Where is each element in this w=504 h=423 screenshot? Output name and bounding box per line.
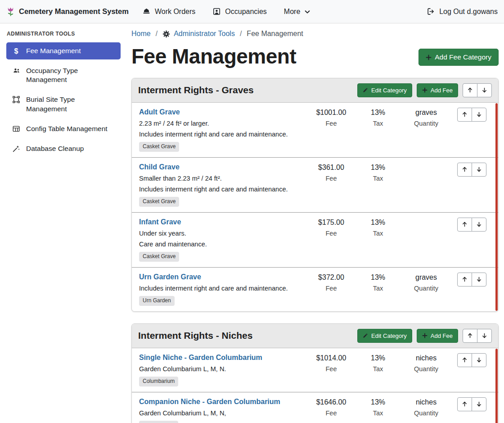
sidebar-item-label: Burial Site Type Management	[26, 95, 109, 113]
add-fee-button[interactable]: Add Fee	[417, 83, 458, 97]
fee-amount: $1014.00	[306, 354, 356, 363]
badge-row: Casket Grave	[139, 197, 302, 207]
move-category-down-button[interactable]	[477, 329, 492, 343]
move-category-up-button[interactable]	[463, 329, 477, 343]
edit-category-button[interactable]: Edit Category	[357, 83, 412, 97]
logout-button[interactable]: Log Out d.gowans	[427, 7, 498, 16]
page-title: Fee Management	[131, 45, 296, 68]
fee-description: Care and maintenance.	[139, 240, 302, 248]
page-layout: ADMINISTRATOR TOOLS $ Fee Management Occ…	[0, 23, 504, 423]
fee-move-buttons	[457, 273, 486, 287]
breadcrumb-admin-tools-link[interactable]: Administrator Tools	[162, 30, 235, 38]
red-scrollbar[interactable]	[495, 349, 498, 423]
move-fee-down-button[interactable]	[472, 397, 486, 411]
quantity-column	[400, 163, 453, 163]
fee-description: Garden Columbarium L, M, N,	[139, 409, 302, 417]
fee-type-badge: Urn Garden	[139, 296, 175, 306]
nav-item-label: More	[284, 8, 300, 16]
tax-label: Tax	[356, 285, 400, 292]
fee-description: 2.23 m² / 24 ft² or larger.	[139, 119, 302, 127]
nav-item-occupancies[interactable]: Occupancies	[212, 7, 267, 16]
tax-label: Tax	[356, 365, 400, 373]
tax-column: 13% Tax	[356, 218, 400, 237]
sidebar-item-occupancy-type-management[interactable]: Occupancy Type Management	[6, 62, 121, 88]
sidebar: ADMINISTRATOR TOOLS $ Fee Management Occ…	[0, 23, 126, 423]
category-move-buttons	[463, 329, 492, 343]
fee-row: Child Grave Smaller than 2.23 m² / 24 ft…	[132, 157, 498, 212]
category-move-buttons	[463, 83, 492, 97]
add-fee-label: Add Fee	[431, 87, 453, 94]
fee-amount: $361.00	[306, 163, 356, 172]
fee-move-buttons	[457, 353, 486, 367]
sidebar-item-config-table-management[interactable]: Config Table Management	[6, 120, 121, 137]
move-fee-down-button[interactable]	[472, 353, 486, 367]
sidebar-item-label: Occupancy Type Management	[26, 66, 109, 84]
quantity-value: niches	[400, 398, 453, 407]
tax-value: 13%	[356, 108, 400, 117]
sidebar-item-burial-site-type-management[interactable]: Burial Site Type Management	[6, 91, 121, 117]
tax-value: 13%	[356, 354, 400, 363]
fee-info: Child Grave Smaller than 2.23 m² / 24 ft…	[139, 163, 306, 207]
vector-square-icon	[12, 96, 21, 104]
fee-amount-column: $175.00 Fee	[306, 218, 356, 237]
fee-label: Fee	[306, 285, 356, 292]
edit-category-label: Edit Category	[371, 332, 407, 339]
add-fee-button[interactable]: Add Fee	[417, 329, 458, 343]
fee-row: Infant Grave Under six years. Care and m…	[132, 212, 498, 267]
gear-icon	[162, 30, 170, 38]
sidebar-item-database-cleanup[interactable]: Database Cleanup	[6, 140, 121, 157]
category-header: Interment Rights - Graves Edit Category …	[132, 78, 498, 103]
tax-column: 13% Tax	[356, 108, 400, 127]
quantity-column: graves Quantity	[400, 108, 453, 127]
category-header: Interment Rights - Niches Edit Category …	[132, 324, 498, 348]
fee-name-link[interactable]: Single Niche - Garden Columbarium	[139, 353, 262, 362]
move-fee-down-button[interactable]	[472, 108, 486, 122]
fee-description: Smaller than 2.23 m² / 24 ft².	[139, 174, 302, 182]
top-navbar: Cemetery Management System Work Orders	[0, 0, 504, 23]
app-brand[interactable]: Cemetery Management System	[6, 6, 129, 17]
add-fee-category-button[interactable]: Add Fee Category	[418, 49, 499, 66]
fee-row: Companion Niche - Garden Columbarium Gar…	[132, 392, 498, 423]
quantity-column: niches Quantity	[400, 397, 453, 417]
fee-label: Fee	[306, 230, 356, 237]
plus-icon	[426, 55, 432, 60]
add-fee-label: Add Fee	[431, 332, 453, 339]
tulip-logo-icon	[6, 6, 15, 17]
nav-item-more[interactable]: More	[284, 8, 310, 16]
move-fee-up-button[interactable]	[457, 108, 472, 122]
fee-name-link[interactable]: Companion Niche - Garden Columbarium	[139, 397, 280, 406]
move-category-down-button[interactable]	[477, 83, 492, 97]
fee-name-link[interactable]: Child Grave	[139, 163, 180, 172]
move-fee-down-button[interactable]	[472, 163, 486, 177]
tax-column: 13% Tax	[356, 163, 400, 182]
move-fee-up-button[interactable]	[457, 397, 472, 411]
fee-name-link[interactable]: Adult Grave	[139, 108, 180, 117]
tax-column: 13% Tax	[356, 353, 400, 373]
hard-hat-icon	[142, 7, 151, 16]
sidebar-item-label: Fee Management	[26, 46, 81, 55]
fee-name-link[interactable]: Infant Grave	[139, 218, 181, 227]
edit-category-button[interactable]: Edit Category	[357, 329, 412, 343]
fee-type-badge: Casket Grave	[139, 197, 179, 207]
move-fee-up-button[interactable]	[457, 353, 472, 367]
quantity-column	[400, 218, 453, 218]
move-category-up-button[interactable]	[463, 83, 477, 97]
breadcrumb-home-link[interactable]: Home	[131, 30, 151, 38]
nav-item-work-orders[interactable]: Work Orders	[142, 7, 195, 16]
red-scrollbar[interactable]	[495, 103, 498, 311]
fee-move-buttons	[457, 397, 486, 411]
fee-info: Single Niche - Garden Columbarium Garden…	[139, 353, 306, 387]
fee-category-card: Interment Rights - Niches Edit Category …	[131, 323, 499, 423]
breadcrumb-current: Fee Management	[247, 30, 303, 38]
plus-icon	[422, 333, 428, 338]
fee-type-badge: Casket Grave	[139, 252, 179, 262]
move-fee-up-button[interactable]	[457, 163, 472, 177]
sidebar-item-fee-management[interactable]: $ Fee Management	[6, 42, 121, 59]
move-fee-down-button[interactable]	[472, 273, 486, 287]
fee-name-link[interactable]: Urn Garden Grave	[139, 273, 201, 282]
fee-move-buttons	[457, 218, 486, 232]
move-fee-up-button[interactable]	[457, 218, 472, 232]
move-fee-up-button[interactable]	[457, 273, 472, 287]
move-fee-down-button[interactable]	[472, 218, 486, 232]
edit-category-label: Edit Category	[371, 87, 407, 94]
